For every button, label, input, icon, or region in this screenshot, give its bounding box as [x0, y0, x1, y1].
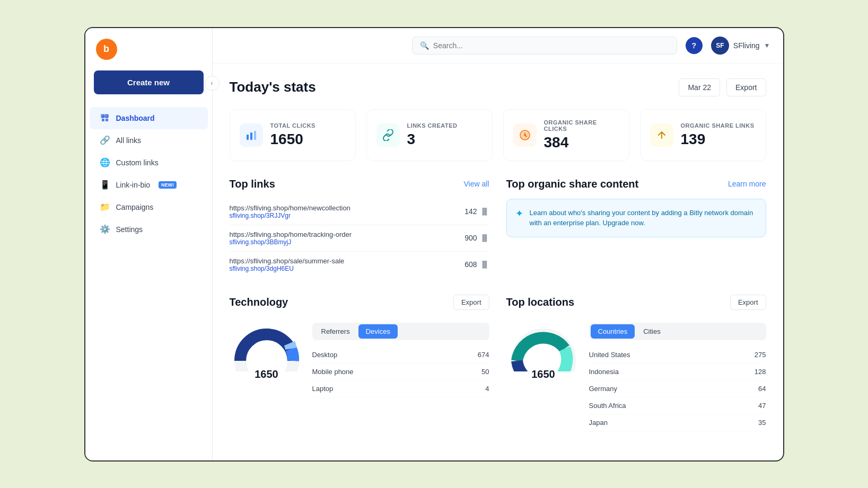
bottom-section: Technology Export	[230, 295, 766, 431]
main-content: Today's stats Mar 22 Export TOTAL CLICKS…	[213, 64, 783, 460]
locations-export-button[interactable]: Export	[730, 295, 766, 310]
locations-title: Top locations	[506, 296, 575, 308]
countries-tab[interactable]: Countries	[591, 324, 635, 339]
middle-section: Top links View all https://sfliving.shop…	[230, 178, 766, 278]
search-icon: 🔍	[420, 41, 429, 50]
mobile-icon: 📱	[100, 180, 110, 190]
sidebar-nav: Dashboard 🔗 All links 🌐 Custom links 📱 L…	[85, 107, 212, 241]
device-item: Desktop 674	[312, 347, 489, 363]
device-item: Laptop 4	[312, 380, 489, 397]
new-badge: NEW!	[159, 181, 177, 189]
logo-area: b	[85, 39, 212, 70]
stat-card-total-clicks: TOTAL CLICKS 1650	[230, 109, 356, 161]
link-in-bio-label: Link-in-bio	[116, 181, 151, 189]
link-count: 900 ▐▌	[464, 234, 489, 242]
link-url: https://sfliving.shop/home/newcollection	[230, 204, 350, 212]
organic-clicks-icon	[513, 123, 537, 147]
link-item: https://sfliving.shop/home/newcollection…	[230, 199, 489, 225]
campaigns-icon: 📁	[100, 202, 110, 212]
tech-tab-group: Referrers Devices	[312, 323, 489, 340]
settings-icon: ⚙️	[100, 225, 110, 234]
link-url: https://sfliving.shop/sale/summer-sale	[230, 257, 345, 265]
top-links-title: Top links	[230, 178, 275, 190]
stats-header: Today's stats Mar 22 Export	[230, 78, 766, 96]
link-short[interactable]: sfliving.shop/3BBmyjJ	[230, 238, 352, 246]
app-window: b Create new Dashboard 🔗 All links 🌐 Cus…	[84, 27, 784, 462]
stats-actions: Mar 22 Export	[679, 78, 766, 96]
stat-card-organic-share-links: ORGANIC SHARE LINKS 139	[640, 109, 766, 161]
devices-tab[interactable]: Devices	[358, 324, 398, 339]
stat-card-links-created: LINKS CREATED 3	[366, 109, 493, 161]
sidebar-item-custom-links[interactable]: 🌐 Custom links	[90, 152, 208, 174]
locations-donut-chart: 1650	[506, 318, 581, 380]
date-picker-button[interactable]: Mar 22	[679, 78, 720, 96]
custom-links-label: Custom links	[116, 158, 159, 167]
export-button[interactable]: Export	[726, 78, 766, 96]
tech-donut-chart: 1650	[230, 318, 304, 380]
avatar: SF	[711, 37, 729, 55]
top-links-section: Top links View all https://sfliving.shop…	[230, 178, 489, 278]
globe-icon: 🌐	[100, 158, 110, 167]
link-url: https://sfliving.shop/home/tracking-orde…	[230, 230, 352, 238]
logo-icon: b	[96, 39, 117, 60]
organic-share-title: Top organic share content	[506, 178, 639, 190]
sidebar-item-campaigns[interactable]: 📁 Campaigns	[90, 196, 208, 218]
bar-chart-icon: ▐▌	[480, 261, 489, 268]
stat-card-organic-share-clicks: ORGANIC SHARE CLICKS 384	[503, 109, 629, 161]
top-links-list: https://sfliving.shop/home/newcollection…	[230, 199, 489, 278]
technology-section: Technology Export	[230, 295, 489, 431]
link-item: https://sfliving.shop/home/tracking-orde…	[230, 225, 489, 252]
sidebar-item-settings[interactable]: ⚙️ Settings	[90, 218, 208, 241]
svg-rect-1	[250, 132, 252, 140]
cities-tab[interactable]: Cities	[636, 324, 668, 339]
collapse-sidebar-button[interactable]: ‹	[205, 76, 220, 91]
sidebar-item-link-in-bio[interactable]: 📱 Link-in-bio NEW!	[90, 174, 208, 196]
create-new-button[interactable]: Create new	[94, 70, 204, 94]
referrers-tab[interactable]: Referrers	[314, 324, 357, 339]
total-clicks-icon	[240, 123, 263, 147]
location-item: United States 275	[589, 347, 766, 363]
svg-point-4	[524, 134, 526, 136]
sidebar-item-all-links[interactable]: 🔗 All links	[90, 129, 208, 152]
link-count: 142 ▐▌	[464, 207, 489, 216]
learn-more-link[interactable]: Learn more	[728, 180, 766, 188]
view-all-link[interactable]: View all	[464, 180, 489, 188]
sidebar: b Create new Dashboard 🔗 All links 🌐 Cus…	[85, 28, 213, 460]
bar-chart-icon: ▐▌	[480, 208, 489, 215]
location-item: Germany 64	[589, 380, 766, 397]
search-bar[interactable]: 🔍	[412, 37, 677, 55]
sidebar-item-dashboard[interactable]: Dashboard	[90, 107, 208, 129]
sparkle-icon: ✦	[515, 208, 523, 219]
tech-content: 1650 Referrers Devices Desktop 674	[230, 318, 489, 397]
organic-share-section: Top organic share content Learn more ✦ L…	[506, 178, 766, 278]
user-menu[interactable]: SF SFliving ▼	[711, 37, 770, 55]
tech-export-button[interactable]: Export	[453, 295, 489, 310]
main-area: 🔍 ? SF SFliving ▼ Today's stats Mar 22 E…	[213, 28, 783, 460]
locations-section-header: Top locations Export	[506, 295, 766, 310]
search-input[interactable]	[433, 41, 669, 50]
stat-info-organic-clicks: ORGANIC SHARE CLICKS 384	[544, 119, 619, 151]
bar-chart-icon: ▐▌	[480, 234, 489, 242]
locations-section: Top locations Export	[506, 295, 766, 431]
locations-tab-group: Countries Cities	[589, 323, 766, 340]
stat-info-organic-links: ORGANIC SHARE LINKS 139	[681, 122, 755, 148]
dashboard-icon	[100, 113, 110, 123]
link-short[interactable]: sfliving.shop/3dgH6EU	[230, 265, 345, 272]
all-links-label: All links	[116, 136, 141, 145]
link-short[interactable]: sfliving.shop/3RJJVgr	[230, 212, 350, 219]
help-button[interactable]: ?	[686, 37, 703, 54]
stat-info-total-clicks: TOTAL CLICKS 1650	[270, 122, 315, 148]
location-item: Indonesia 128	[589, 363, 766, 380]
top-header: 🔍 ? SF SFliving ▼	[213, 28, 783, 64]
campaigns-label: Campaigns	[116, 203, 154, 211]
top-links-header: Top links View all	[230, 178, 489, 190]
links-created-icon	[376, 123, 400, 147]
device-item: Mobile phone 50	[312, 363, 489, 380]
dashboard-label: Dashboard	[116, 114, 155, 122]
organic-share-header: Top organic share content Learn more	[506, 178, 766, 190]
upgrade-banner: ✦ Learn about who's sharing your content…	[506, 199, 766, 237]
location-item: Japan 35	[589, 414, 766, 431]
link-count: 608 ▐▌	[464, 260, 489, 269]
tech-details: Referrers Devices Desktop 674 Mobile pho…	[312, 318, 489, 397]
organic-links-icon	[650, 123, 673, 147]
